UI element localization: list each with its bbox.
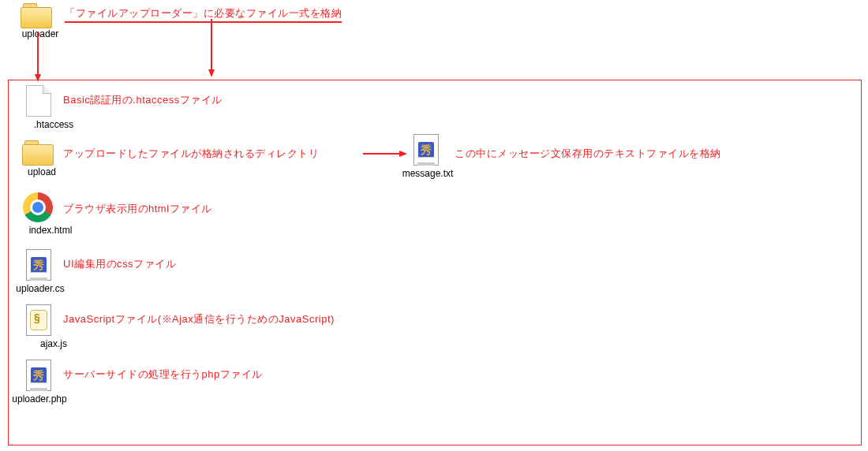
arrow-upload-to-message: [363, 148, 410, 159]
file-label: .htaccess: [26, 119, 81, 130]
folder-icon: [21, 3, 52, 27]
file-uploadercs: 秀 uploader.cs: [26, 249, 72, 294]
file-htaccess: .htaccess: [26, 85, 81, 130]
file-desc-uploadercs: UI編集用のcssファイル: [63, 257, 176, 271]
file-label: uploader.php: [4, 393, 75, 404]
svg-marker-3: [208, 69, 215, 77]
chrome-icon: [23, 192, 53, 222]
text-file-icon: 秀: [26, 360, 51, 391]
arrow-root-into-box: [35, 32, 51, 87]
folder-label: upload: [22, 166, 62, 177]
file-label: ajax.js: [26, 338, 81, 349]
script-file-icon: [26, 304, 51, 336]
file-desc-htaccess: Basic認証用の.htaccessファイル: [63, 93, 223, 107]
file-label: index.html: [23, 225, 78, 236]
text-file-icon: 秀: [413, 134, 439, 166]
file-desc-ajaxjs: JavaScriptファイル(※Ajax通信を行うためのJavaScript): [63, 312, 335, 326]
file-uploaderphp: 秀 uploader.php: [26, 360, 75, 404]
file-ajaxjs: ajax.js: [26, 304, 81, 349]
root-folder-annotation: 「ファイルアップローダー」に必要なファイル一式を格納: [65, 6, 342, 23]
folder-upload: upload: [22, 140, 62, 177]
file-icon: [26, 85, 51, 117]
file-desc-message: この中にメッセージ文保存用のテキストファイルを格納: [455, 147, 721, 161]
file-message: 秀 message.txt: [413, 134, 459, 179]
folder-desc-upload: アップロードしたファイルが格納されるディレクトリ: [63, 147, 319, 161]
svg-marker-5: [399, 151, 407, 157]
folder-icon: [22, 140, 54, 164]
arrow-annotation-into-box: [207, 19, 223, 82]
file-desc-uploaderphp: サーバーサイドの処理を行うphpファイル: [63, 367, 263, 382]
file-desc-indexhtml: ブラウザ表示用のhtmlファイル: [63, 202, 212, 216]
text-file-icon: 秀: [26, 249, 51, 281]
file-label: message.txt: [396, 168, 459, 179]
file-label: uploader.cs: [9, 283, 72, 294]
